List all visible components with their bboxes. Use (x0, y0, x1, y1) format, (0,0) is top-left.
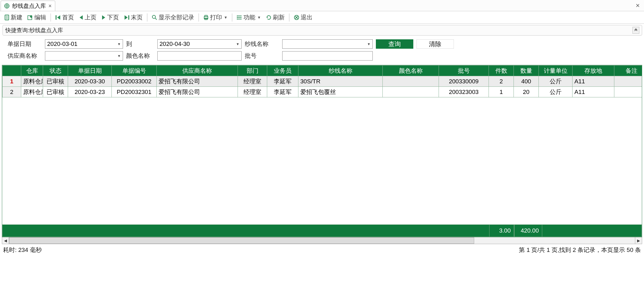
cell: 公斤 (539, 76, 573, 87)
first-button[interactable]: 首页 (53, 13, 76, 22)
cell: 爱招飞有限公司 (157, 87, 238, 97)
tab-active[interactable]: 纱线盘点入库 × (1, 1, 55, 11)
svg-line-13 (155, 18, 157, 20)
func-label: 功能 (243, 13, 255, 22)
print-label: 打印 (210, 13, 222, 22)
th-no[interactable]: 单据编号 (112, 66, 157, 76)
func-button[interactable]: 功能▼ (235, 13, 263, 22)
quick-search-header: 快捷查询:纱线盘点入库 (2, 25, 642, 36)
new-icon (4, 15, 9, 20)
prev-icon (79, 15, 83, 20)
table-row[interactable]: 2 原料仓库 已审核 2020-03-23 PD20032301 爱招飞有限公司… (2, 87, 642, 97)
th-qty[interactable]: 件数 (489, 66, 514, 76)
yarn-input[interactable]: ▼ (282, 39, 373, 49)
collapse-icon[interactable] (632, 27, 639, 34)
cell: 2020-03-23 (68, 87, 112, 97)
to-label: 到 (126, 40, 154, 48)
cell (383, 87, 439, 97)
date-from-value: 2020-03-01 (47, 41, 77, 47)
globe-icon (4, 3, 10, 9)
th-rownum[interactable] (2, 66, 21, 76)
cell: 2020-03-30 (68, 76, 112, 87)
chevron-down-icon: ▼ (117, 42, 121, 46)
svg-marker-7 (57, 15, 60, 20)
supplier-input[interactable]: ▼ (45, 51, 123, 61)
th-amt[interactable]: 数量 (514, 66, 539, 76)
clear-button-label: 清除 (429, 40, 441, 48)
cell: 原料仓库 (21, 87, 43, 97)
next-button[interactable]: 下页 (100, 13, 121, 22)
th-color[interactable]: 颜色名称 (383, 66, 439, 76)
sum-qty: 3.00 (489, 224, 514, 237)
svg-marker-10 (125, 15, 128, 20)
cell: 400 (514, 76, 539, 87)
th-yarn[interactable]: 纱线名称 (298, 66, 383, 76)
cell (614, 76, 642, 87)
supplier-label: 供应商名称 (7, 52, 42, 60)
pager-label: 第 1 页/共 1 页,找到 2 条记录，本页显示 50 条 (519, 246, 641, 254)
prev-button[interactable]: 上页 (77, 13, 98, 22)
search-icon (152, 15, 157, 20)
tab-close-icon[interactable]: × (48, 3, 52, 9)
cell: 原料仓库 (21, 76, 43, 87)
last-button[interactable]: 末页 (122, 13, 145, 22)
chevron-down-icon: ▼ (117, 54, 121, 58)
cell: PD20032301 (112, 87, 157, 97)
toolbar: 新建 编辑 首页 上页 下页 末页 显示全部记录 打印▼ 功能▼ 刷新 退出 (0, 11, 644, 24)
date-to-input[interactable]: 2020-04-30▼ (157, 39, 242, 49)
th-dep[interactable]: 部门 (238, 66, 267, 76)
print-icon (203, 15, 209, 20)
exit-button[interactable]: 退出 (292, 13, 314, 22)
svg-point-20 (237, 15, 238, 16)
edit-button[interactable]: 编辑 (26, 13, 48, 22)
scroll-track[interactable] (9, 237, 635, 244)
cell: 20 (514, 87, 539, 97)
cell: 200323003 (439, 87, 489, 97)
search-button-label: 查询 (388, 40, 401, 48)
cell: 已审核 (43, 76, 68, 87)
tabbar-close-icon[interactable]: × (632, 0, 644, 11)
cell: 经理室 (238, 87, 267, 97)
svg-rect-11 (128, 15, 129, 20)
svg-marker-9 (102, 15, 105, 20)
clear-button[interactable]: 清除 (416, 39, 454, 49)
scroll-thumb[interactable] (9, 237, 474, 244)
scroll-left-icon[interactable]: ◀ (2, 237, 9, 244)
new-label: 新建 (11, 13, 22, 22)
refresh-button[interactable]: 刷新 (264, 13, 287, 22)
prev-label: 上页 (85, 13, 96, 22)
th-st[interactable]: 状态 (43, 66, 68, 76)
th-dt[interactable]: 单据日期 (68, 66, 112, 76)
rownum-cell: 2 (2, 87, 21, 97)
th-wh[interactable]: 仓库 (21, 66, 43, 76)
th-rmk[interactable]: 备注 (614, 66, 642, 76)
color-input[interactable] (157, 51, 242, 61)
th-loc[interactable]: 存放地 (573, 66, 614, 76)
svg-point-21 (237, 17, 238, 18)
print-button[interactable]: 打印▼ (201, 13, 229, 22)
lot-input[interactable] (282, 51, 373, 61)
svg-point-22 (237, 18, 238, 19)
cell: 爱招飞有限公司 (157, 76, 238, 87)
chevron-down-icon: ▼ (224, 15, 228, 20)
cell: A11 (573, 76, 614, 87)
table-row[interactable]: 1 原料仓库 已审核 2020-03-30 PD20033002 爱招飞有限公司… (2, 76, 642, 87)
th-agent[interactable]: 业务员 (267, 66, 298, 76)
scroll-right-icon[interactable]: ▶ (635, 237, 642, 244)
showall-button[interactable]: 显示全部记录 (150, 13, 196, 22)
th-unit[interactable]: 计量单位 (539, 66, 573, 76)
svg-marker-23 (267, 17, 268, 18)
search-form: 单据日期 2020-03-01▼ 到 2020-04-30▼ 纱线名称 ▼ 查询… (0, 36, 644, 65)
date-from-input[interactable]: 2020-03-01▼ (45, 39, 123, 49)
th-sup[interactable]: 供应商名称 (157, 66, 238, 76)
showall-label: 显示全部记录 (159, 13, 194, 22)
last-icon (124, 15, 130, 20)
new-button[interactable]: 新建 (2, 13, 24, 22)
table-header-row: 仓库 状态 单据日期 单据编号 供应商名称 部门 业务员 纱线名称 颜色名称 批… (2, 66, 642, 76)
th-lot[interactable]: 批号 (439, 66, 489, 76)
hscrollbar[interactable]: ◀ ▶ (2, 237, 642, 244)
search-button[interactable]: 查询 (376, 39, 413, 49)
chevron-down-icon: ▼ (257, 15, 261, 20)
next-icon (101, 15, 106, 20)
cell: 2 (489, 76, 514, 87)
